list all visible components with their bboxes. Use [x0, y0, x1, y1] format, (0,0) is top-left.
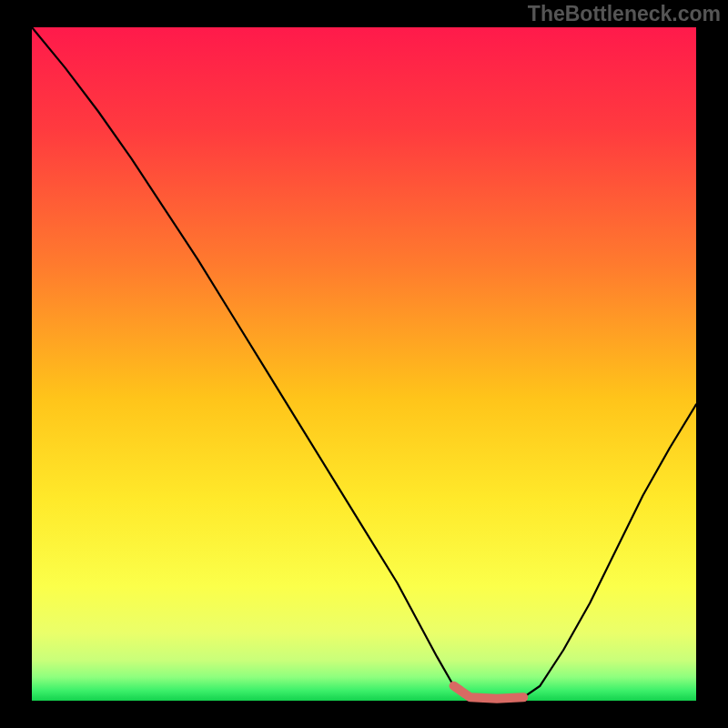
watermark-text: TheBottleneck.com: [528, 2, 721, 26]
plot-svg: [0, 0, 728, 728]
chart-frame: TheBottleneck.com: [0, 0, 728, 728]
plot-area: [32, 27, 696, 701]
